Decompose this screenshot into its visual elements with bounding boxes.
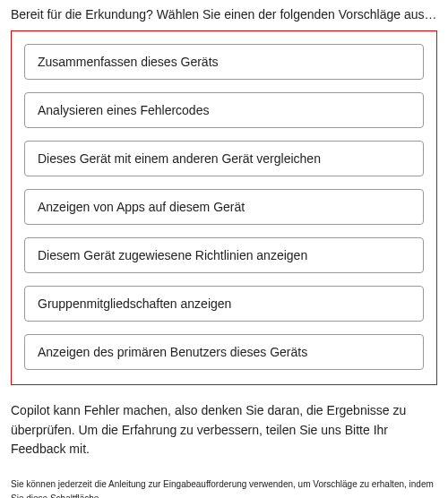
suggestion-compare-device[interactable]: Dieses Gerät mit einem anderen Gerät ver… <box>24 141 424 176</box>
suggestion-summarize-device[interactable]: Zusammenfassen dieses Geräts <box>24 44 424 80</box>
suggestion-show-group-memberships[interactable]: Gruppenmitgliedschaften anzeigen <box>24 286 424 322</box>
suggestion-panel: Zusammenfassen dieses Geräts Analysieren… <box>11 30 437 385</box>
suggestion-show-apps[interactable]: Anzeigen von Apps auf diesem Gerät <box>24 189 424 225</box>
intro-text: Bereit für die Erkundung? Wählen Sie ein… <box>11 7 437 21</box>
disclaimer-text: Copilot kann Fehler machen, also denken … <box>11 401 437 459</box>
suggestion-show-primary-user[interactable]: Anzeigen des primären Benutzers dieses G… <box>24 334 424 370</box>
suggestion-analyze-error-code[interactable]: Analysieren eines Fehlercodes <box>24 92 424 128</box>
hint-text-small: Sie können jederzeit die Anleitung zur E… <box>11 479 434 498</box>
suggestion-show-assigned-policies[interactable]: Diesem Gerät zugewiesene Richtlinien anz… <box>24 237 424 273</box>
prompt-guide-hint: Sie können jederzeit die Anleitung zur E… <box>11 477 437 498</box>
